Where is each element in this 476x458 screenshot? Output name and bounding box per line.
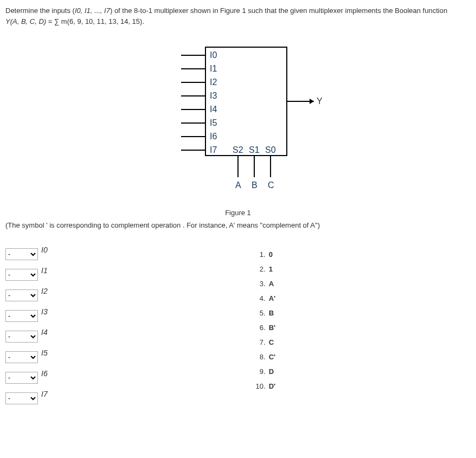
- mux-input-label-5: I5: [210, 118, 217, 127]
- label-I6: I6: [41, 369, 48, 378]
- mux-input-label-1: I1: [210, 64, 217, 73]
- option-row-8: 8.C': [254, 353, 275, 361]
- question-text: Determine the inputs (I0, I1, ..., I7) o…: [5, 5, 471, 16]
- figure: I0 I1 I2 I3 I4 I5 I6 I7 S2 S1 S0 A B C Y: [5, 42, 471, 206]
- label-I7: I7: [41, 390, 48, 398]
- equation-rhs: = ∑ m(6, 9, 10, 11, 13, 14, 15).: [46, 17, 144, 25]
- option-row-1: 1.0: [254, 250, 275, 259]
- select-I2[interactable]: -: [5, 289, 38, 301]
- equation: Y(A, B, C, D) = ∑ m(6, 9, 10, 11, 13, 14…: [5, 17, 471, 25]
- mux-input-label-0: I0: [210, 50, 217, 60]
- mux-input-label-7: I7: [210, 145, 217, 154]
- figure-caption: Figure 1: [5, 209, 471, 217]
- option-row-4: 4.A': [254, 294, 275, 302]
- mux-bot-label-c: C: [268, 180, 274, 190]
- mux-input-label-3: I3: [210, 91, 217, 100]
- option-row-3: 3.A: [254, 280, 275, 288]
- mux-input-label-2: I2: [210, 78, 217, 87]
- left-column: - I0 - I1 - I2 - I3 - I4 - I5 - I6 - I7: [5, 248, 48, 413]
- select-I0[interactable]: -: [5, 248, 38, 260]
- option-row-9: 9.D: [254, 367, 275, 376]
- select-I1[interactable]: -: [5, 269, 38, 281]
- select-I7[interactable]: -: [5, 392, 38, 404]
- label-I1: I1: [41, 266, 48, 275]
- svg-marker-13: [310, 99, 314, 104]
- mux-select-s0: S0: [265, 145, 276, 154]
- match-area: - I0 - I1 - I2 - I3 - I4 - I5 - I6 - I7: [5, 248, 471, 413]
- select-I5[interactable]: -: [5, 351, 38, 363]
- input-row-I4: - I4: [5, 331, 48, 343]
- input-row-I1: - I1: [5, 269, 48, 281]
- equation-lhs: Y(A, B, C, D): [5, 17, 46, 25]
- option-row-2: 2.1: [254, 265, 275, 273]
- question-inputs: I0, I1, ..., I7: [75, 7, 110, 15]
- mux-input-label-6: I6: [210, 132, 217, 141]
- mux-bot-label-b: B: [252, 180, 258, 190]
- question-mid: ) of the 8-to-1 multiplexer shown in Fig…: [110, 7, 447, 15]
- mux-select-s2: S2: [233, 145, 243, 154]
- label-I0: I0: [41, 246, 48, 254]
- svg-rect-0: [205, 47, 287, 156]
- input-row-I2: - I2: [5, 289, 48, 301]
- input-row-I6: - I6: [5, 372, 48, 384]
- select-I3[interactable]: -: [5, 310, 38, 322]
- mux-bot-label-a: A: [235, 180, 241, 190]
- label-I5: I5: [41, 349, 48, 357]
- label-I2: I2: [41, 287, 48, 295]
- input-row-I3: - I3: [5, 310, 48, 322]
- select-I6[interactable]: -: [5, 372, 38, 384]
- question-prefix: Determine the inputs (: [5, 7, 75, 15]
- right-column: 1.0 2.1 3.A 4.A' 5.B 6.B' 7.C 8.C' 9.D 1…: [254, 250, 275, 413]
- mux-select-s1: S1: [249, 145, 260, 154]
- mux-diagram: I0 I1 I2 I3 I4 I5 I6 I7 S2 S1 S0 A B C Y: [151, 42, 325, 204]
- label-I4: I4: [41, 328, 48, 337]
- input-row-I5: - I5: [5, 351, 48, 363]
- option-row-5: 5.B: [254, 309, 275, 317]
- select-I4[interactable]: -: [5, 331, 38, 343]
- input-row-I7: - I7: [5, 392, 48, 404]
- option-row-7: 7.C: [254, 338, 275, 346]
- complement-note: (The symbol ' is corresponding to comple…: [5, 221, 471, 229]
- label-I3: I3: [41, 307, 48, 316]
- mux-input-label-4: I4: [210, 105, 217, 114]
- option-row-6: 6.B': [254, 324, 275, 332]
- mux-output-label: Y: [317, 96, 323, 106]
- input-row-I0: - I0: [5, 248, 48, 260]
- option-row-10: 10.D': [254, 382, 275, 390]
